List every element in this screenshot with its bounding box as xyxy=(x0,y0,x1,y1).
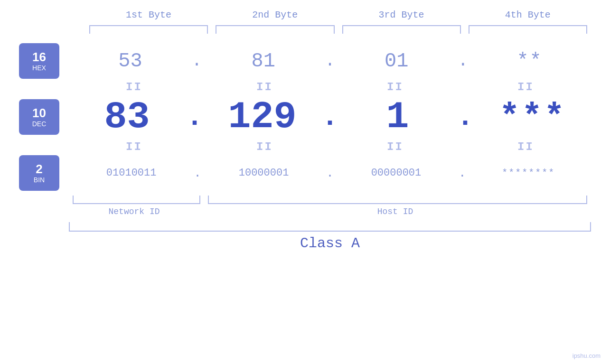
main-container: 1st Byte 2nd Byte 3rd Byte 4th Byte 16 H… xyxy=(0,0,610,364)
dec-value-2: 129 xyxy=(228,95,296,139)
bracket-4 xyxy=(469,25,587,34)
watermark: ipshu.com xyxy=(572,352,601,359)
top-brackets xyxy=(19,25,591,34)
eq2-sign2: II xyxy=(256,140,273,153)
bin-cell-2: 10000001 xyxy=(201,167,326,179)
bracket-2 xyxy=(216,25,334,34)
hex-cell-4: ** xyxy=(468,50,591,73)
byte-header-3: 3rd Byte xyxy=(338,9,465,20)
dec-row: 10 DEC 83 . 129 . 1 . *** xyxy=(19,95,591,139)
hex-dot-1: . xyxy=(192,51,202,71)
eq1-cell1: II xyxy=(69,81,199,93)
id-labels-row: Network ID Host ID xyxy=(19,207,591,216)
hex-values: 53 . 81 . 01 . ** xyxy=(69,50,591,73)
eq2-cell3: II xyxy=(330,140,460,153)
eq2-cell1: II xyxy=(69,140,199,153)
hex-value-4: ** xyxy=(516,50,542,73)
eq1-cell3: II xyxy=(330,81,460,93)
byte-header-4: 4th Byte xyxy=(465,9,591,20)
eq1-cell2: II xyxy=(199,81,330,93)
dec-badge-number: 10 xyxy=(32,107,46,119)
equals-row-1: II II II II xyxy=(19,81,591,93)
eq1-cell4: II xyxy=(460,81,591,93)
host-id-label: Host ID xyxy=(377,207,413,216)
eq1-sign1: II xyxy=(126,81,142,93)
dec-value-1: 83 xyxy=(104,95,150,139)
dec-value-4: *** xyxy=(499,98,567,137)
bin-badge-label: BIN xyxy=(34,176,45,184)
eq2-sign4: II xyxy=(517,140,534,153)
bin-dot-2: . xyxy=(326,166,334,180)
hex-badge-number: 16 xyxy=(32,51,46,63)
dec-values: 83 . 129 . 1 . *** xyxy=(69,95,591,139)
hex-cell-3: 01 xyxy=(335,50,458,73)
bin-value-2: 10000001 xyxy=(239,167,289,179)
host-id-container: Host ID xyxy=(199,207,591,216)
dec-dot-2: . xyxy=(321,103,338,131)
bottom-brackets-container xyxy=(19,196,591,204)
bin-values: 01010011 . 10000001 . 00000001 . *******… xyxy=(69,166,591,180)
network-id-label: Network ID xyxy=(108,207,160,216)
hex-value-2: 81 xyxy=(252,50,275,73)
bin-value-3: 00000001 xyxy=(371,167,422,179)
full-bottom-bracket xyxy=(69,222,591,232)
class-label-container: Class A xyxy=(69,235,591,252)
bin-badge-number: 2 xyxy=(36,163,42,175)
bin-value-4: ******** xyxy=(502,168,555,178)
eq2-sign3: II xyxy=(387,140,404,153)
dec-badge: 10 DEC xyxy=(19,99,59,135)
byte-header-1: 1st Byte xyxy=(85,9,212,20)
dec-badge-label: DEC xyxy=(32,120,47,128)
dec-cell-4: *** xyxy=(475,98,591,137)
hex-row: 16 HEX 53 . 81 . 01 . ** xyxy=(19,43,591,79)
bottom-bracket-host xyxy=(208,196,587,204)
bin-cell-1: 01010011 xyxy=(69,167,194,179)
bin-row: 2 BIN 01010011 . 10000001 . 00000001 . *… xyxy=(19,155,591,191)
bin-dot-3: . xyxy=(459,166,466,180)
eq2-cell2: II xyxy=(199,140,330,153)
network-id-container: Network ID xyxy=(69,207,199,216)
byte-header-2: 2nd Byte xyxy=(212,9,338,20)
dec-cell-3: 1 xyxy=(339,95,456,139)
bracket-3 xyxy=(342,25,461,34)
bin-cell-4: ******** xyxy=(466,168,591,178)
bin-value-1: 01010011 xyxy=(106,167,157,179)
eq1-sign3: II xyxy=(387,81,404,93)
bin-cell-3: 00000001 xyxy=(334,167,459,179)
bottom-bracket-network xyxy=(73,196,200,204)
hex-value-3: 01 xyxy=(385,50,408,73)
eq2-sign1: II xyxy=(126,140,142,153)
dec-dot-3: . xyxy=(457,103,474,131)
bin-badge: 2 BIN xyxy=(19,155,59,191)
dec-cell-1: 83 xyxy=(69,95,185,139)
hex-dot-2: . xyxy=(325,51,335,71)
class-label: Class A xyxy=(300,235,360,252)
hex-cell-1: 53 xyxy=(69,50,192,73)
eq1-sign2: II xyxy=(256,81,273,93)
dec-dot-1: . xyxy=(186,103,203,131)
content-area: 16 HEX 53 . 81 . 01 . ** xyxy=(19,43,591,252)
hex-badge: 16 HEX xyxy=(19,43,59,79)
byte-headers-row: 1st Byte 2nd Byte 3rd Byte 4th Byte xyxy=(19,9,591,20)
bin-dot-1: . xyxy=(194,166,201,180)
hex-badge-label: HEX xyxy=(32,64,46,72)
hex-cell-2: 81 xyxy=(202,50,325,73)
equals-row-2: II II II II xyxy=(19,140,591,153)
bracket-1 xyxy=(89,25,208,34)
eq2-cell4: II xyxy=(460,140,591,153)
dec-cell-2: 129 xyxy=(204,95,320,139)
hex-value-1: 53 xyxy=(118,50,142,73)
hex-dot-3: . xyxy=(458,51,469,71)
eq1-sign4: II xyxy=(517,81,534,93)
dec-value-3: 1 xyxy=(386,95,409,139)
